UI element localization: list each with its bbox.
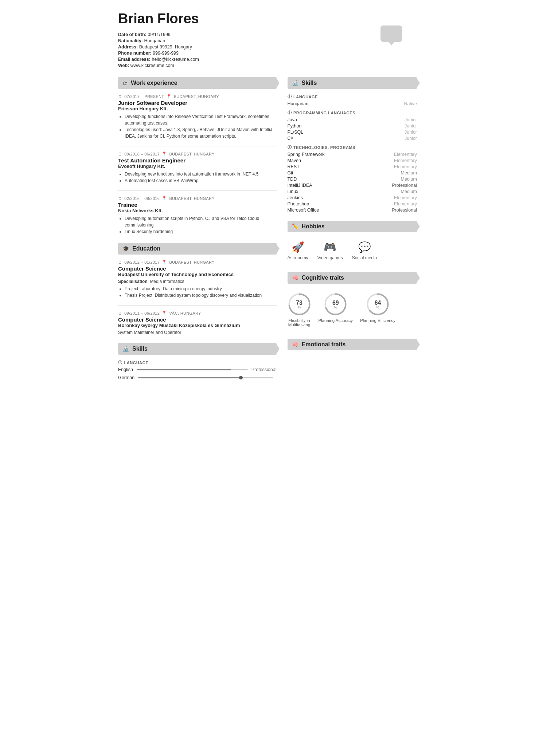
tech-skill-level: Medium <box>401 170 417 176</box>
edu-entry-1-date: 09/2012 – 01/2017 <box>124 260 160 264</box>
edu-entry-2-plain: System Maintainer and Operator <box>118 330 277 335</box>
tech-skill-name: TDD <box>288 177 297 182</box>
location-icon-2: 📍 <box>162 151 167 156</box>
plsql-skill-row: PL/SQL Junior <box>288 130 417 135</box>
work-entry-3-location: BUDAPEST, HUNGARY <box>169 196 214 201</box>
tech-skill-level: Medium <box>401 177 417 182</box>
hungarian-skill-name: Hungarian <box>288 101 309 106</box>
right-skills-title: Skills <box>302 80 317 86</box>
tech-skill-name: REST <box>288 164 300 169</box>
english-slider-track <box>137 369 248 370</box>
planning-accuracy-value: 69 % <box>332 300 339 309</box>
tech-skill-row: MavenElementary <box>288 158 417 163</box>
java-skill-name: Java <box>288 117 297 122</box>
location-icon-3: 📍 <box>162 196 167 201</box>
planning-accuracy-circle: 69 % <box>324 292 347 316</box>
python-skill-name: Python <box>288 123 302 129</box>
work-entry-1-company: Ericsson Hungary Kft. <box>118 106 277 111</box>
tech-label: ⓘ TECHNOLOGIES, PROGRAMS <box>288 145 417 150</box>
dob-label: Date of birth: <box>118 32 147 37</box>
calendar-icon-3: 🗓 <box>118 196 122 201</box>
programming-label: ⓘ PROGRAMMING LANGUAGES <box>288 110 417 115</box>
emotional-traits-title: Emotional traits <box>302 341 346 348</box>
tech-skill-level: Professional <box>392 208 417 213</box>
info-icon-tech: ⓘ <box>288 145 292 150</box>
location-icon-1: 📍 <box>166 94 171 99</box>
videogames-label: Video games <box>317 255 343 260</box>
email-row: Email address: hello@kickresume.com <box>118 57 417 62</box>
calendar-icon-2: 🗓 <box>118 152 122 156</box>
tech-skill-name: Git <box>288 170 293 176</box>
planning-efficiency-value: 64 % <box>375 300 381 309</box>
tech-skill-name: Jenkins <box>288 195 303 200</box>
hobbies-section: ✏️ Hobbies 🚀 Astronomy 🎮 Video games 💬 S… <box>288 221 417 264</box>
emotional-traits-section: 🧠 Emotional traits <box>288 339 417 350</box>
bullet-item: Project Laboratory: Data mining in energ… <box>125 286 277 292</box>
tech-skill-row: PhotoshopElementary <box>288 201 417 206</box>
address-label: Address: <box>118 44 138 50</box>
tech-skill-name: Microsoft Office <box>288 208 319 213</box>
web-label: Web: <box>118 63 129 68</box>
german-slider-track <box>138 377 273 378</box>
work-entry-2-bullets: Developing new functions into test autom… <box>118 171 277 184</box>
dob-row: Date of birth: 09/11/1999 <box>118 32 417 37</box>
work-entry-3-meta: 🗓 02/2016 – 08/2016 📍 BUDAPEST, HUNGARY <box>118 196 277 201</box>
hobby-socialmedia: 💬 Social media <box>352 241 377 260</box>
english-slider-fill <box>137 369 231 370</box>
tech-skill-row: JenkinsElementary <box>288 195 417 200</box>
edu-entry-1-meta: 🗓 09/2012 – 01/2017 📍 BUDAPEST, HUNGARY <box>118 260 277 264</box>
tech-skill-name: Photoshop <box>288 201 309 206</box>
work-entry-1-title: Junior Software Developer <box>118 100 277 106</box>
csharp-skill-level: Junior <box>405 136 417 141</box>
work-entry-1-meta: 🗓 07/2017 – PRESENT 📍 BUDAPEST, HUNGARY <box>118 94 277 99</box>
german-slider-thumb <box>239 376 243 379</box>
phone-value: 999-999-999 <box>153 51 179 56</box>
bullet-item: Automating test cases in VB WinWrap <box>125 177 277 184</box>
dob-value: 09/11/1999 <box>148 32 171 37</box>
nationality-label: Nationality: <box>118 38 143 43</box>
tech-skill-row: GitMedium <box>288 170 417 176</box>
csharp-skill-row: C# Junior <box>288 136 417 141</box>
phone-row: Phone number: 999-999-999 <box>118 51 417 56</box>
cognitive-flexibility: 73 % Flexibility in Multitasking <box>288 292 311 327</box>
tech-skill-level: Medium <box>401 189 417 194</box>
work-entry-3-date: 02/2016 – 08/2016 <box>124 196 160 201</box>
flexibility-pct: % <box>298 306 301 309</box>
astronomy-label: Astronomy <box>288 255 308 260</box>
tech-skill-row: TDDMedium <box>288 177 417 182</box>
tech-skill-level: Professional <box>392 183 417 188</box>
work-entry-3-company: Nokia Networks Kft. <box>118 208 277 213</box>
nationality-value: Hungarian <box>144 38 165 43</box>
work-entry-2: 🗓 09/2016 – 06/2017 📍 BUDAPEST, HUNGARY … <box>118 151 277 184</box>
german-slider-fill <box>138 377 239 378</box>
hungarian-skill-row: Hungarian Native <box>288 101 417 106</box>
work-entry-2-meta: 🗓 09/2016 – 06/2017 📍 BUDAPEST, HUNGARY <box>118 151 277 156</box>
right-language-label: ⓘ LANGUAGE <box>288 94 417 99</box>
edu-entry-2: 🗓 09/2011 – 06/2012 📍 VÁC, HUNGARY Compu… <box>118 311 277 335</box>
tech-skill-name: IntelliJ IDEA <box>288 183 312 188</box>
work-entry-2-title: Test Automation Engineer <box>118 157 277 164</box>
planning-accuracy-pct: % <box>334 306 337 309</box>
education-title: Education <box>132 245 160 252</box>
flexibility-value: 73 % <box>296 300 302 309</box>
location-icon-edu1: 📍 <box>162 260 167 264</box>
phone-label: Phone number: <box>118 51 152 56</box>
socialmedia-icon: 💬 <box>358 241 371 253</box>
planning-efficiency-label: Planning Efficiency <box>360 318 395 323</box>
socialmedia-label: Social media <box>352 255 377 260</box>
german-skill-name: German <box>118 375 134 380</box>
info-icon-prog: ⓘ <box>288 110 292 115</box>
calendar-icon-edu1: 🗓 <box>118 260 122 264</box>
tech-skill-row: Microsoft OfficeProfessional <box>288 208 417 213</box>
work-experience-title: Work experience <box>131 80 177 86</box>
header-info: Date of birth: 09/11/1999 Nationality: H… <box>118 32 417 68</box>
cognitive-planning-efficiency: 64 % Planning Efficiency <box>360 292 395 323</box>
location-icon-edu2: 📍 <box>162 311 167 315</box>
bullet-item: Technologies used: Java 1.8, Spring, JBe… <box>125 126 277 139</box>
edu-entry-1-location: BUDAPEST, HUNGARY <box>169 260 214 264</box>
hobbies-icon: ✏️ <box>292 223 299 230</box>
tech-skill-level: Elementary <box>394 158 417 163</box>
education-icon: 🎓 <box>122 245 129 252</box>
hobbies-row: 🚀 Astronomy 🎮 Video games 💬 Social media <box>288 237 417 264</box>
calendar-icon-edu2: 🗓 <box>118 311 122 315</box>
